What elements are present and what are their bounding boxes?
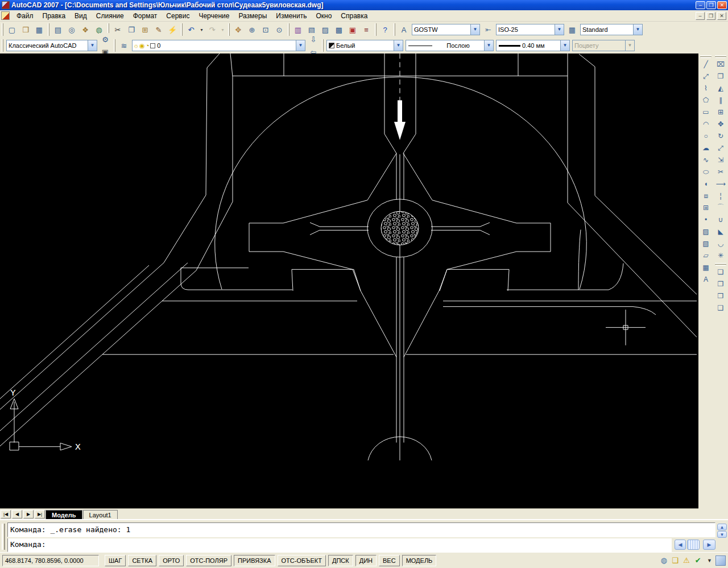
status-ДИН[interactable]: ДИН	[355, 555, 377, 566]
sheet-set-manager-icon[interactable]: ▩	[333, 23, 345, 36]
tab-nav-button-0[interactable]: |◀	[1, 510, 11, 518]
layer-manager-icon[interactable]: ≋	[118, 39, 130, 52]
toolbar-grip[interactable]	[2, 23, 3, 36]
join-icon[interactable]: ∪	[714, 213, 727, 225]
break-icon[interactable]: ⌒	[714, 201, 727, 213]
text-style-icon[interactable]: A	[398, 23, 410, 36]
menu-Сервис[interactable]: Сервис	[162, 11, 194, 21]
cut-icon[interactable]: ✂	[111, 23, 124, 36]
zoom-realtime-icon[interactable]: ⊕	[246, 23, 258, 36]
linetype-combo[interactable]: Послою ▼	[406, 40, 494, 51]
revision-cloud-icon[interactable]: ☁	[700, 142, 713, 154]
scroll-down-icon[interactable]: ▼	[717, 531, 727, 538]
toolbar-grip[interactable]	[322, 39, 324, 52]
chevron-down-icon[interactable]: ▼	[560, 40, 569, 51]
command-window-grip[interactable]	[2, 524, 5, 550]
bring-above-objects-icon[interactable]: ❒	[714, 290, 727, 302]
menu-Размеры[interactable]: Размеры	[234, 11, 271, 21]
block-editor-icon[interactable]: ⚡	[166, 23, 179, 36]
color-combo[interactable]: Белый ▼	[326, 40, 403, 51]
fillet-icon[interactable]: ◡	[714, 237, 727, 249]
close-button[interactable]: ✕	[717, 1, 727, 9]
scrollbar-thumb[interactable]	[687, 540, 700, 550]
command-input[interactable]: Команда:	[7, 538, 672, 552]
status-ШАГ[interactable]: ШАГ	[105, 555, 126, 566]
table-style-combo[interactable]: Standard ▼	[580, 24, 643, 35]
scale-icon[interactable]: ⤢	[714, 142, 727, 154]
trim-icon[interactable]: ✂	[714, 166, 727, 178]
construction-line-icon[interactable]: ⤢	[700, 70, 713, 82]
status-ПРИВЯЗКА[interactable]: ПРИВЯЗКА	[234, 555, 275, 566]
dim-style-combo[interactable]: ISO-25 ▼	[496, 24, 564, 35]
quickcalc-icon[interactable]: ≡	[360, 23, 373, 36]
chevron-down-icon[interactable]: ▼	[555, 24, 564, 35]
properties-icon[interactable]: ▥	[292, 23, 304, 36]
menu-Слияние[interactable]: Слияние	[92, 11, 129, 21]
insert-block-icon[interactable]: ⧈	[700, 190, 713, 201]
rotate-icon[interactable]: ↻	[714, 130, 727, 142]
menu-Файл[interactable]: Файл	[12, 11, 38, 21]
toolbar-grip[interactable]	[114, 39, 115, 52]
plot-icon[interactable]: ▤	[52, 23, 64, 36]
make-block-icon[interactable]: ⊞	[700, 201, 713, 213]
chevron-down-icon[interactable]: ▼	[88, 40, 97, 51]
unlock-icon[interactable]: ❑	[670, 555, 680, 566]
restore-button[interactable]: ❐	[706, 1, 716, 9]
explode-icon[interactable]: ✳	[714, 249, 727, 261]
communication-center-icon[interactable]: ◍	[659, 555, 669, 566]
circle-icon[interactable]: ○	[700, 130, 713, 142]
send-to-back-icon[interactable]: ❐	[714, 278, 727, 290]
layer-unlock-icon[interactable]: ◔	[146, 42, 150, 49]
status-ДПСК[interactable]: ДПСК	[328, 555, 353, 566]
chevron-down-icon[interactable]: ▼	[484, 40, 493, 51]
ellipse-icon[interactable]: ⬭	[700, 166, 713, 178]
copy-icon[interactable]: ❐	[125, 23, 138, 36]
multiline-text-icon[interactable]: A	[700, 273, 713, 285]
spline-icon[interactable]: ∿	[700, 154, 713, 166]
status-МОДЕЛЬ[interactable]: МОДЕЛЬ	[402, 555, 437, 566]
tab-nav-button-2[interactable]: ▶	[23, 510, 34, 518]
tool-palettes-icon[interactable]: ▨	[319, 23, 332, 36]
markup-set-manager-icon[interactable]: ▣	[346, 23, 359, 36]
toolbar-grip[interactable]	[288, 23, 289, 36]
workspace-combo[interactable]: Классический AutoCAD ▼	[6, 40, 97, 51]
toolbar-grip[interactable]	[715, 263, 726, 265]
menu-Вид[interactable]: Вид	[70, 11, 92, 21]
mirror-icon[interactable]: ◭	[714, 82, 727, 94]
array-icon[interactable]: ⊞	[714, 106, 727, 118]
copy-object-icon[interactable]: ❐	[714, 70, 727, 82]
tab-Модель[interactable]: Модель	[46, 510, 82, 519]
coordinate-readout[interactable]: 468.8174, 780.8596, 0.0000	[2, 555, 99, 566]
chamfer-icon[interactable]: ◣	[714, 225, 727, 237]
scroll-up-icon[interactable]: ▲	[717, 524, 727, 530]
toolbar-grip[interactable]	[394, 23, 395, 36]
make-layer-current-icon[interactable]: ⇩	[307, 33, 320, 46]
gradient-icon[interactable]: ▧	[700, 237, 713, 249]
region-icon[interactable]: ▱	[700, 249, 713, 261]
cad-drawing[interactable]: YX	[0, 53, 698, 508]
lineweight-combo[interactable]: 0.40 мм ▼	[496, 40, 570, 51]
break-at-point-icon[interactable]: ¦	[714, 190, 727, 201]
paste-icon[interactable]: ⊞	[139, 23, 151, 36]
menu-Формат[interactable]: Формат	[129, 11, 162, 21]
ellipse-arc-icon[interactable]: ◖	[700, 178, 713, 190]
menu-Справка[interactable]: Справка	[336, 11, 372, 21]
tab-nav-button-1[interactable]: ◀	[12, 510, 22, 518]
redo-icon[interactable]: ↷	[206, 23, 218, 36]
drawing-file-icon[interactable]	[1, 11, 10, 20]
workspace-settings-icon[interactable]: ⚙	[99, 33, 111, 46]
command-history[interactable]: Команда: _.erase найдено: 1	[7, 522, 715, 537]
menu-Окно[interactable]: Окно	[311, 11, 336, 21]
toolbar-grip[interactable]	[700, 55, 712, 57]
hatch-icon[interactable]: ▨	[700, 225, 713, 237]
status-ОРТО[interactable]: ОРТО	[159, 555, 184, 566]
status-СЕТКА[interactable]: СЕТКА	[128, 555, 156, 566]
tab-nav-button-3[interactable]: ▶|	[35, 510, 45, 518]
layer-thaw-icon[interactable]: ◉	[139, 42, 145, 50]
extend-icon[interactable]: ⟶	[714, 178, 727, 190]
chevron-down-icon[interactable]: ▼	[296, 40, 305, 51]
save-icon[interactable]: ▦	[33, 23, 46, 36]
clean-screen-button[interactable]	[715, 555, 726, 566]
scroll-left-icon[interactable]: ◀	[675, 540, 686, 550]
undo-icon[interactable]: ↶	[185, 23, 197, 36]
